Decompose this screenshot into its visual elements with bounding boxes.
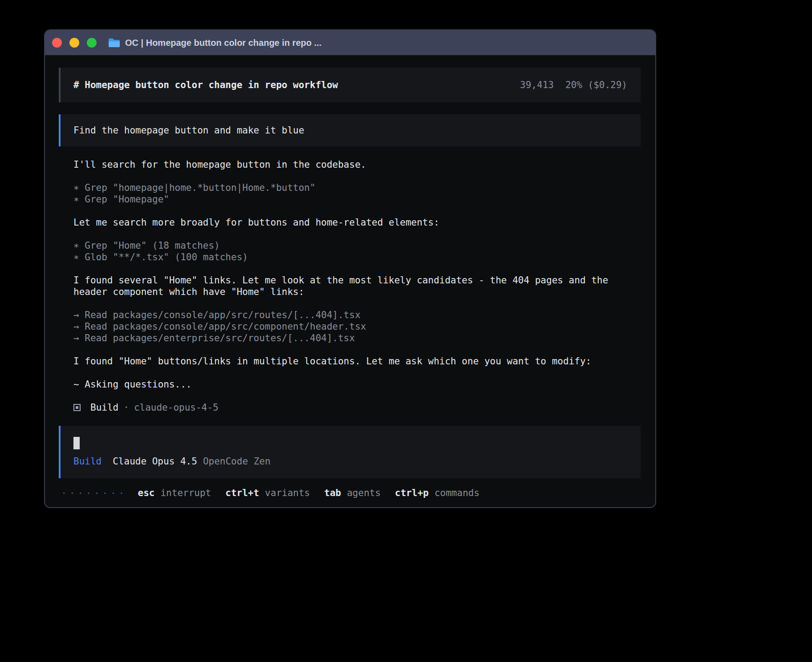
terminal-content: # Homepage button color change in repo w… [45, 55, 655, 507]
close-button[interactable] [52, 38, 62, 48]
shortcut-key: esc [138, 487, 155, 499]
traffic-lights [52, 38, 97, 48]
shortcut-label: variants [265, 487, 310, 499]
text-cursor [73, 437, 80, 449]
zoom-button[interactable] [87, 38, 97, 48]
session-stats: 39,413 20% ($0.29) [520, 79, 627, 91]
user-message-text: Find the homepage button and make it blu… [73, 125, 304, 136]
shortcut-variants: ctrl+t variants [225, 487, 310, 499]
spinner-dots: ········ [61, 487, 127, 499]
agent-mode: Build [73, 456, 102, 467]
titlebar-title-group: OC | Homepage button color change in rep… [108, 38, 321, 48]
shortcut-agents: tab agents [324, 487, 381, 499]
shortcut-key: tab [324, 487, 341, 499]
shortcut-label: interrupt [160, 487, 211, 499]
agent-icon [73, 404, 81, 411]
session-header: # Homepage button color change in repo w… [59, 68, 641, 102]
assistant-message: I'll search for the homepage button in t… [73, 159, 628, 170]
minimize-button[interactable] [69, 38, 79, 48]
assistant-status-message: ~ Asking questions... [73, 379, 628, 390]
prompt-input[interactable]: Build Claude Opus 4.5 OpenCode Zen [59, 426, 641, 478]
shortcut-key: ctrl+p [395, 487, 429, 499]
folder-icon [108, 38, 120, 48]
model-name: Claude Opus 4.5 [113, 456, 197, 467]
context-usage: 20% ($0.29) [565, 79, 627, 91]
shortcut-key: ctrl+t [225, 487, 259, 499]
model-provider: OpenCode Zen [203, 456, 271, 467]
shortcut-label: commands [434, 487, 479, 499]
status-bar: ········ esc interrupt ctrl+t variants t… [59, 487, 641, 499]
agent-name: Build [90, 402, 118, 413]
tool-call-group: → Read packages/console/app/src/routes/[… [73, 309, 628, 344]
assistant-message: I found "Home" buttons/links in multiple… [73, 355, 628, 367]
tool-call-group: ∗ Grep "Home" (18 matches) ∗ Glob "**/*.… [73, 240, 628, 263]
agent-status-line: Build · claude-opus-4-5 [73, 402, 641, 413]
assistant-message: Let me search more broadly for buttons a… [73, 217, 628, 228]
shortcut-label: agents [347, 487, 381, 499]
assistant-message: I found several "Home" links. Let me loo… [73, 274, 628, 298]
user-message: Find the homepage button and make it blu… [59, 114, 641, 146]
shortcut-interrupt: esc interrupt [138, 487, 211, 499]
agent-model: claude-opus-4-5 [134, 402, 219, 413]
session-title: # Homepage button color change in repo w… [73, 79, 338, 91]
input-meta: Build Claude Opus 4.5 OpenCode Zen [73, 456, 627, 467]
window-titlebar[interactable]: OC | Homepage button color change in rep… [45, 30, 655, 55]
token-count: 39,413 [520, 79, 554, 91]
agent-separator: · [123, 402, 129, 413]
terminal-window: OC | Homepage button color change in rep… [44, 29, 656, 508]
tool-call-group: ∗ Grep "homepage|home.*button|Home.*butt… [73, 182, 628, 205]
window-title: OC | Homepage button color change in rep… [125, 38, 321, 48]
agent-icon-dot [76, 406, 78, 409]
transcript: I'll search for the homepage button in t… [73, 159, 641, 413]
shortcut-commands: ctrl+p commands [395, 487, 479, 499]
